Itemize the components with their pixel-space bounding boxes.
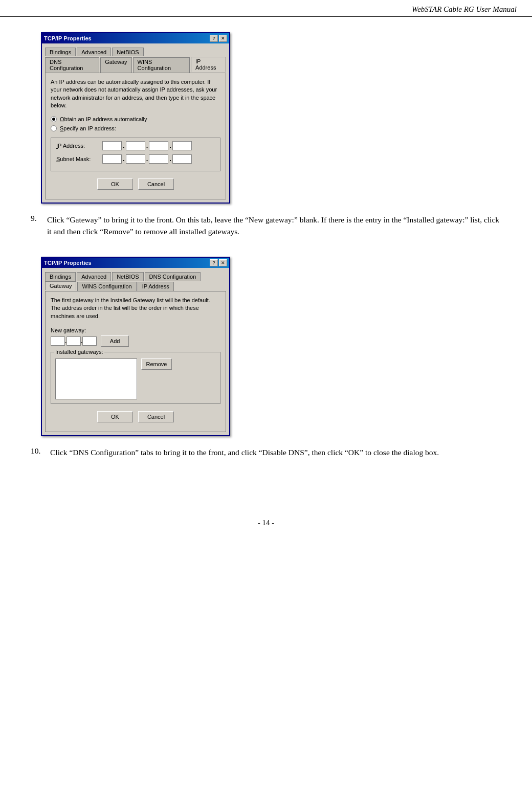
step9-number: 9. [31, 214, 47, 223]
dialog1-wrapper: TCP/IP Properties ? ✕ Bindings Advanced … [41, 32, 230, 204]
installed-label: Installed gateways: [54, 349, 104, 355]
close-button-2[interactable]: ✕ [219, 259, 227, 266]
step10-row: 10. Click “DNS Configuration” tabs to br… [31, 446, 501, 465]
cancel-button-2[interactable]: Cancel [138, 411, 174, 422]
manual-title: WebSTAR Cable RG User Manual [412, 5, 517, 13]
step10-text: Click “DNS Configuration” tabs to bring … [50, 446, 501, 458]
page-footer: - 14 - [0, 519, 532, 537]
tab-content-1: An IP address can be automatically assig… [45, 73, 226, 199]
ip-label: IP Address: [56, 143, 102, 149]
subnet-row: Subnet Mask: . . . [56, 154, 215, 164]
tcpip-dialog-1: TCP/IP Properties ? ✕ Bindings Advanced … [41, 32, 230, 204]
dialog2-body: Bindings Advanced NetBIOS DNS Configurat… [42, 268, 229, 435]
tab-row2-dialog2: Gateway WINS Configuration IP Address [45, 281, 226, 290]
tab-wins-1[interactable]: WINS Configuration [133, 57, 190, 73]
close-button-1[interactable]: ✕ [219, 35, 227, 42]
new-gateway-label: New gateway: [51, 327, 220, 333]
ok-button-1[interactable]: OK [97, 178, 133, 190]
tab-wins-2[interactable]: WINS Configuration [77, 282, 136, 291]
ip-seg1[interactable] [102, 141, 122, 150]
tab-row1-dialog1: Bindings Advanced NetBIOS [45, 47, 226, 55]
cancel-button-1[interactable]: Cancel [138, 178, 174, 190]
tab-dns-2[interactable]: DNS Configuration [145, 272, 201, 281]
ok-button-2[interactable]: OK [97, 411, 133, 422]
tab-ipaddress-1[interactable]: IP Address [191, 57, 226, 72]
ip-address-row: IP Address: . . . [56, 141, 215, 150]
radio-specify-label: Specify an IP address: [60, 125, 116, 131]
tcpip-dialog-2: TCP/IP Properties ? ✕ Bindings Advanced … [41, 257, 230, 436]
installed-list-row: Remove [55, 358, 216, 399]
tab-netbios-2[interactable]: NetBIOS [112, 272, 143, 281]
gw-seg1[interactable] [51, 336, 65, 346]
radio-auto[interactable]: Obtain an IP address automatically [51, 116, 220, 122]
tab-bindings-2[interactable]: Bindings [45, 272, 76, 281]
main-content: TCP/IP Properties ? ✕ Bindings Advanced … [0, 27, 532, 498]
new-gateway-section: New gateway: . . Add [51, 327, 220, 347]
tab-row1-dialog2: Bindings Advanced NetBIOS DNS Configurat… [45, 271, 226, 280]
tab-dns-1[interactable]: DNS Configuration [45, 57, 99, 73]
tab-advanced-2[interactable]: Advanced [77, 272, 111, 281]
titlebar-buttons-2: ? ✕ [210, 259, 227, 266]
radio-auto-circle[interactable] [51, 116, 57, 122]
step9-row: 9. Click “Gateway” to bring it to the fr… [31, 214, 501, 245]
tab-content-2: The first gateway in the Installed Gatew… [45, 291, 226, 432]
dialog2-title: TCP/IP Properties [44, 260, 92, 266]
tab-gateway-1[interactable]: Gateway [100, 57, 131, 73]
subnet-seg2[interactable] [126, 154, 145, 164]
gw-seg3[interactable] [82, 336, 97, 346]
tab-netbios-1[interactable]: NetBIOS [112, 48, 143, 56]
radio-auto-label: Obtain an IP address automatically [60, 116, 147, 122]
subnet-seg1[interactable] [102, 154, 122, 164]
dialog2-buttons: OK Cancel [51, 411, 220, 426]
dialog1-title: TCP/IP Properties [44, 35, 92, 41]
titlebar-buttons-1: ? ✕ [210, 35, 227, 42]
page-header: WebSTAR Cable RG User Manual [0, 0, 532, 17]
radio-group-1: Obtain an IP address automatically Speci… [51, 116, 220, 131]
tab-ipaddress-2[interactable]: IP Address [138, 282, 174, 291]
subnet-label: Subnet Mask: [56, 156, 102, 162]
tab-bindings-1[interactable]: Bindings [45, 48, 76, 56]
step-9: 9. Click “Gateway” to bring it to the fr… [31, 214, 501, 245]
dialog1-titlebar: TCP/IP Properties ? ✕ [42, 33, 229, 43]
ip-seg4[interactable] [172, 141, 192, 150]
dialog2-wrapper: TCP/IP Properties ? ✕ Bindings Advanced … [41, 257, 230, 436]
installed-gateways-section: Installed gateways: Remove [51, 352, 220, 404]
help-button-2[interactable]: ? [210, 259, 218, 266]
ip-seg3[interactable] [149, 141, 168, 150]
subnet-seg4[interactable] [172, 154, 192, 164]
dialog1-body: Bindings Advanced NetBIOS DNS Configurat… [42, 43, 229, 203]
gw-seg2[interactable] [66, 336, 81, 346]
help-button-1[interactable]: ? [210, 35, 218, 42]
dialog1-description: An IP address can be automatically assig… [51, 78, 220, 110]
gateway-ip-field: . . [51, 336, 97, 346]
gateway-input-row: . . Add [51, 335, 220, 347]
installed-listbox[interactable] [55, 358, 137, 399]
step-10: 10. Click “DNS Configuration” tabs to br… [31, 446, 501, 465]
tab-gateway-2[interactable]: Gateway [45, 281, 76, 290]
tab-advanced-1[interactable]: Advanced [77, 48, 111, 56]
page-number: - 14 - [258, 519, 275, 527]
dialog2-titlebar: TCP/IP Properties ? ✕ [42, 258, 229, 268]
dialog2-description: The first gateway in the Installed Gatew… [51, 297, 220, 320]
subnet-seg3[interactable] [149, 154, 168, 164]
remove-button[interactable]: Remove [141, 358, 172, 370]
ip-address-field: . . . [102, 141, 192, 150]
tab-row2-dialog1: DNS Configuration Gateway WINS Configura… [45, 56, 226, 72]
radio-specify[interactable]: Specify an IP address: [51, 125, 220, 131]
add-button[interactable]: Add [101, 335, 129, 347]
dialog1-buttons: OK Cancel [51, 178, 220, 194]
ip-seg2[interactable] [126, 141, 145, 150]
subnet-field: . . . [102, 154, 192, 164]
specify-section: IP Address: . . . [51, 138, 220, 171]
step10-number: 10. [31, 446, 50, 456]
radio-specify-circle[interactable] [51, 125, 57, 131]
step9-text: Click “Gateway” to bring it to the front… [47, 214, 501, 238]
